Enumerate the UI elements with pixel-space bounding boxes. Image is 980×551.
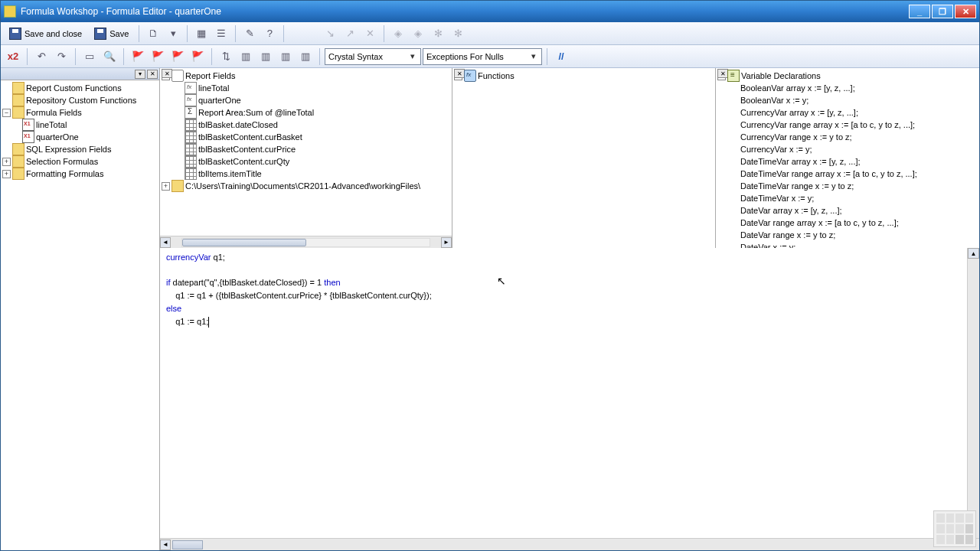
tree-item-quarterone[interactable]: quarterOne [2, 131, 158, 143]
tree-item[interactable]: DateVar array x := [y, z, ...]; [717, 204, 978, 217]
show-ops-button[interactable]: ▥ [276, 47, 295, 66]
panel-close-button[interactable]: ✕ [162, 69, 172, 78]
fields-tree[interactable]: −Report Fields lineTotal quarterOne Repo… [160, 68, 452, 236]
bookmark-prev-button[interactable]: 🚩 [149, 47, 167, 66]
window-title: Formula Workshop - Formula Editor - quar… [21, 6, 909, 17]
tree-item[interactable]: −Report Fields [162, 70, 450, 82]
undo-button[interactable]: ↶ [32, 47, 51, 66]
tree-item[interactable]: CurrencyVar x := y; [717, 143, 978, 155]
find-button[interactable]: 🔍 [100, 47, 119, 66]
save-and-close-button[interactable]: Save and close [4, 24, 87, 43]
variables-tree[interactable]: −Variable Declarations BooleanVar array … [716, 68, 979, 248]
tree-item[interactable]: CurrencyVar range array x := [a to c, y … [717, 119, 978, 131]
app-icon [4, 5, 16, 18]
tree-item[interactable]: DateTimeVar array x := [y, z, ...]; [717, 155, 978, 168]
nulls-combo-value: Exceptions For Nulls [426, 52, 529, 61]
functions-panel: ✕ +Functions [452, 68, 716, 248]
bookmark-clear-button[interactable]: 🚩 [188, 47, 207, 66]
tree-item[interactable]: +Selection Formulas [2, 155, 158, 168]
tree-item[interactable]: CurrencyVar array x := [y, z, ...]; [717, 106, 978, 119]
tree-item[interactable]: BooleanVar x := y; [717, 94, 978, 106]
close-button[interactable]: ✕ [955, 5, 976, 18]
new-button[interactable]: 🗋 [144, 24, 162, 43]
panel-close-button[interactable]: ✕ [717, 69, 728, 78]
step-out-button: ↗ [341, 24, 359, 43]
redo-button[interactable]: ↷ [52, 47, 70, 66]
syntax-combo-value: Crystal Syntax [328, 52, 408, 61]
tree-item[interactable]: lineTotal [162, 82, 450, 94]
tree-item[interactable]: tblBasketContent.curBasket [162, 131, 450, 143]
tree-item[interactable]: DateVar x := y; [717, 241, 978, 248]
report-fields-panel: ✕ −Report Fields lineTotal quarterOne Re… [160, 68, 452, 248]
bookmark-next-button: ◈ [409, 24, 427, 43]
panel-close-button[interactable]: ✕ [147, 70, 158, 79]
sort-button[interactable]: ⇅ [217, 47, 235, 66]
bookmark-toggle-button[interactable]: 🚩 [129, 47, 147, 66]
tree-item[interactable]: −Variable Declarations [717, 70, 978, 82]
tree-item-linetotal[interactable]: lineTotal [2, 119, 158, 131]
check-formula-button[interactable]: x2 [4, 47, 22, 66]
syntax-combo[interactable]: Crystal Syntax ▾ [325, 48, 421, 65]
tree-item[interactable]: quarterOne [162, 94, 450, 106]
tree-item[interactable]: tblBasketContent.curPrice [162, 143, 450, 155]
panel-dropdown-button[interactable]: ▾ [135, 70, 145, 79]
tree-item[interactable]: SQL Expression Fields [2, 143, 158, 155]
save-and-close-label: Save and close [24, 29, 82, 38]
editor-hscrollbar[interactable]: ◄ [160, 538, 979, 550]
floppy-icon [9, 28, 21, 40]
code-editor[interactable]: currencyVar q1; if datepart("q",{tblBask… [160, 248, 979, 550]
browse-button[interactable]: ▭ [80, 47, 99, 66]
workshop-tree[interactable]: Report Custom Functions Repository Custo… [1, 80, 159, 550]
comment-button[interactable]: // [552, 47, 570, 66]
help-button[interactable]: ? [260, 24, 279, 43]
chevron-down-icon: ▾ [408, 51, 417, 61]
settings-button: ✻ [429, 24, 447, 43]
show-fields-button[interactable]: ▥ [237, 47, 255, 66]
tree-item[interactable]: DateTimeVar range x := y to z; [717, 180, 978, 192]
bookmark-button: ◈ [389, 24, 407, 43]
workshop-tree-panel: ▾ ✕ Report Custom Functions Repository C… [1, 68, 160, 550]
tree-item[interactable]: tblBasketContent.curQty [162, 155, 450, 168]
tree-item[interactable]: DateTimeVar x := y; [717, 192, 978, 204]
floppy-icon [94, 28, 106, 40]
save-label: Save [109, 29, 129, 38]
panel-close-button[interactable]: ✕ [454, 69, 465, 78]
tree-item[interactable]: DateVar range array x := [a to c, y to z… [717, 217, 978, 229]
tree-item[interactable]: BooleanVar array x := [y, z, ...]; [717, 82, 978, 94]
tree-item[interactable]: +C:\Users\Training\Documents\CR2011-Adva… [162, 180, 450, 192]
formula-toolbar: x2 ↶ ↷ ▭ 🔍 🚩 🚩 🚩 🚩 ⇅ ▥ ▥ ▥ ▥ Crystal Syn… [1, 45, 979, 68]
bookmark-nxt-button[interactable]: 🚩 [168, 47, 187, 66]
functions-tree[interactable]: +Functions [452, 68, 715, 248]
tree-item[interactable]: CurrencyVar range x := y to z; [717, 131, 978, 143]
stop-button: ✕ [361, 24, 379, 43]
toggle-view-button[interactable]: ▦ [192, 24, 211, 43]
editor-vscrollbar[interactable]: ▲ [967, 248, 979, 538]
tree-item[interactable]: +Functions [454, 70, 714, 82]
minimize-button[interactable]: _ [909, 5, 930, 18]
tree-item[interactable]: Repository Custom Functions [2, 94, 158, 106]
save-button[interactable]: Save [89, 24, 134, 43]
tree-item[interactable]: −Formula Fields [2, 106, 158, 119]
hscrollbar[interactable]: ◄ ► [160, 236, 452, 248]
main-toolbar: Save and close Save 🗋 ▾ ▦ ☰ ✎ ? ↘ ↗ ✕ ◈ … [1, 22, 979, 45]
chevron-down-icon: ▾ [529, 51, 538, 61]
tree-item[interactable]: Report Custom Functions [2, 82, 158, 94]
new-dropdown[interactable]: ▾ [164, 24, 182, 43]
code-area[interactable]: currencyVar q1; if datepart("q",{tblBask… [160, 248, 979, 538]
tree-item[interactable]: tblBasket.dateClosed [162, 119, 450, 131]
show-all-button[interactable]: ▥ [296, 47, 315, 66]
nulls-combo[interactable]: Exceptions For Nulls ▾ [423, 48, 542, 65]
variables-panel: ✕ −Variable Declarations BooleanVar arra… [716, 68, 979, 248]
settings2-button: ✻ [449, 24, 467, 43]
titlebar: Formula Workshop - Formula Editor - quar… [1, 1, 979, 22]
layout-widget[interactable] [933, 510, 976, 547]
tree-item[interactable]: +Formatting Formulas [2, 168, 158, 180]
tree-item[interactable]: Report Area:Sum of @lineTotal [162, 106, 450, 119]
tree-item[interactable]: DateVar range x := y to z; [717, 229, 978, 241]
tree-item[interactable]: tblItems.itemTitle [162, 168, 450, 180]
show-funcs-button[interactable]: ▥ [256, 47, 275, 66]
tree-item[interactable]: DateTimeVar range array x := [a to c, y … [717, 168, 978, 180]
wand-button[interactable]: ✎ [240, 24, 259, 43]
properties-button[interactable]: ☰ [212, 24, 230, 43]
maximize-button[interactable]: ❐ [932, 5, 953, 18]
